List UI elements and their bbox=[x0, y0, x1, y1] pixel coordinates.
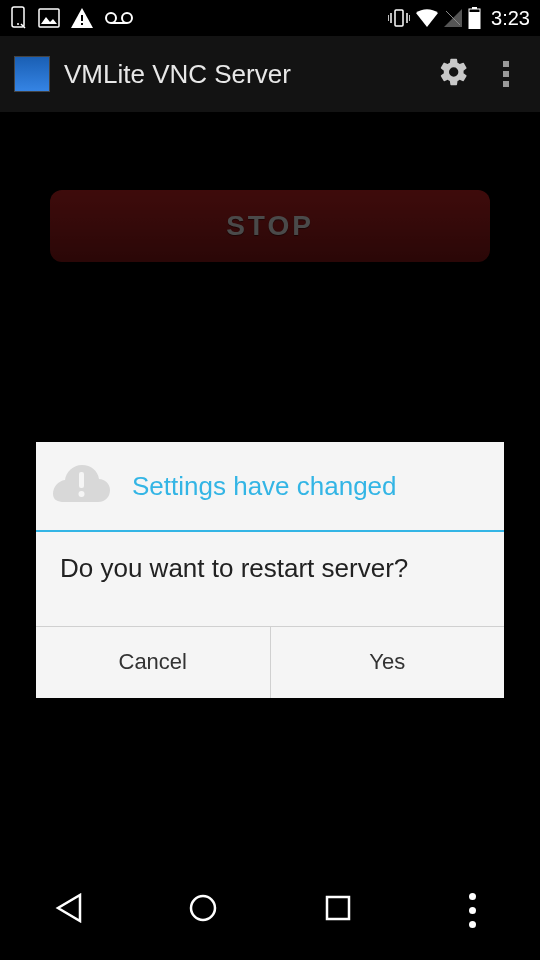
svg-rect-10 bbox=[395, 10, 403, 26]
yes-button[interactable]: Yes bbox=[271, 627, 505, 698]
home-icon bbox=[188, 893, 218, 927]
dialog-message: Do you want to restart server? bbox=[60, 552, 480, 586]
dialog-buttons: Cancel Yes bbox=[36, 626, 504, 698]
image-icon bbox=[38, 8, 60, 28]
svg-point-7 bbox=[106, 13, 116, 23]
overflow-dot-icon bbox=[503, 61, 509, 67]
overflow-dot-icon bbox=[503, 71, 509, 77]
wifi-icon bbox=[416, 9, 438, 27]
battery-icon bbox=[468, 7, 481, 29]
back-icon bbox=[54, 893, 82, 927]
status-left bbox=[10, 6, 134, 30]
svg-rect-24 bbox=[327, 897, 349, 919]
nav-home-button[interactable] bbox=[163, 880, 243, 940]
signal-icon bbox=[444, 9, 462, 27]
app-title: VMLite VNC Server bbox=[64, 59, 428, 90]
warning-icon bbox=[70, 7, 94, 29]
app-bar: VMLite VNC Server bbox=[0, 36, 540, 112]
overflow-dot-icon bbox=[503, 81, 509, 87]
nav-back-button[interactable] bbox=[28, 880, 108, 940]
voicemail-icon bbox=[104, 11, 134, 25]
cancel-button[interactable]: Cancel bbox=[36, 627, 271, 698]
status-bar: 3:23 bbox=[0, 0, 540, 36]
overflow-menu-button[interactable] bbox=[486, 48, 526, 100]
vibrate-icon bbox=[388, 8, 410, 28]
nav-dot-icon bbox=[469, 921, 476, 928]
svg-rect-5 bbox=[81, 15, 83, 21]
app-icon bbox=[14, 56, 50, 92]
svg-rect-2 bbox=[39, 9, 59, 27]
svg-marker-3 bbox=[41, 17, 57, 24]
dialog-titlebar: Settings have changed bbox=[36, 442, 504, 532]
svg-marker-22 bbox=[58, 895, 80, 921]
nav-dot-icon bbox=[469, 893, 476, 900]
svg-rect-6 bbox=[81, 23, 83, 25]
phone-notification-icon bbox=[10, 6, 28, 30]
status-time: 3:23 bbox=[491, 7, 530, 30]
nav-bar bbox=[0, 860, 540, 960]
gear-icon bbox=[438, 56, 470, 92]
dialog-title: Settings have changed bbox=[132, 471, 397, 502]
svg-point-1 bbox=[17, 23, 19, 25]
dialog-message-area: Do you want to restart server? bbox=[36, 532, 504, 626]
nav-dot-icon bbox=[469, 907, 476, 914]
warning-cloud-icon bbox=[50, 462, 112, 510]
status-right: 3:23 bbox=[388, 7, 530, 30]
nav-recents-button[interactable] bbox=[298, 880, 378, 940]
svg-point-23 bbox=[191, 896, 215, 920]
svg-rect-19 bbox=[469, 12, 480, 29]
dialog: Settings have changed Do you want to res… bbox=[36, 442, 504, 698]
svg-point-21 bbox=[79, 491, 85, 497]
recents-icon bbox=[325, 895, 351, 925]
nav-more-button[interactable] bbox=[433, 880, 513, 940]
svg-rect-20 bbox=[79, 472, 84, 488]
svg-point-8 bbox=[122, 13, 132, 23]
settings-button[interactable] bbox=[428, 48, 480, 100]
content-area: STOP Settings have changed Do you want t… bbox=[0, 112, 540, 860]
